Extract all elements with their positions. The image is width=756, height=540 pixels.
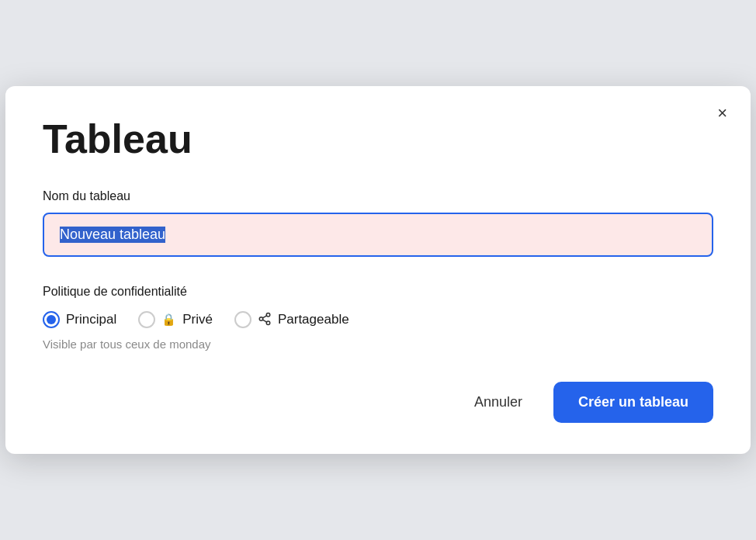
svg-line-3 [262, 320, 266, 322]
radio-option-prive[interactable]: 🔒 Privé [138, 311, 213, 328]
share-icon [258, 312, 272, 328]
radio-circle-partageable [234, 311, 251, 328]
privacy-label: Politique de confidentialité [43, 285, 713, 299]
privacy-section: Politique de confidentialité Principal 🔒… [43, 285, 713, 351]
radio-circle-prive [138, 311, 155, 328]
field-label: Nom du tableau [43, 189, 713, 203]
lock-icon: 🔒 [161, 313, 176, 327]
tableau-name-input[interactable] [43, 213, 713, 257]
radio-option-partageable[interactable]: Partageable [234, 311, 349, 328]
radio-group: Principal 🔒 Privé [43, 311, 713, 328]
visibility-hint: Visible par tous ceux de monday [43, 338, 713, 351]
footer: Annuler Créer un tableau [43, 382, 713, 423]
radio-label-prive: Privé [182, 312, 213, 327]
input-wrapper [43, 213, 713, 257]
create-button[interactable]: Créer un tableau [553, 382, 713, 423]
modal-overlay: × Tableau Nom du tableau Politique de co… [0, 0, 756, 540]
cancel-button[interactable]: Annuler [462, 385, 535, 420]
svg-line-4 [262, 315, 266, 317]
radio-circle-principal [43, 311, 60, 328]
radio-option-principal[interactable]: Principal [43, 311, 116, 328]
modal-title: Tableau [43, 117, 713, 161]
modal-dialog: × Tableau Nom du tableau Politique de co… [5, 86, 751, 454]
radio-label-principal: Principal [66, 312, 116, 327]
radio-label-partageable: Partageable [278, 312, 349, 327]
close-button[interactable]: × [713, 102, 732, 125]
